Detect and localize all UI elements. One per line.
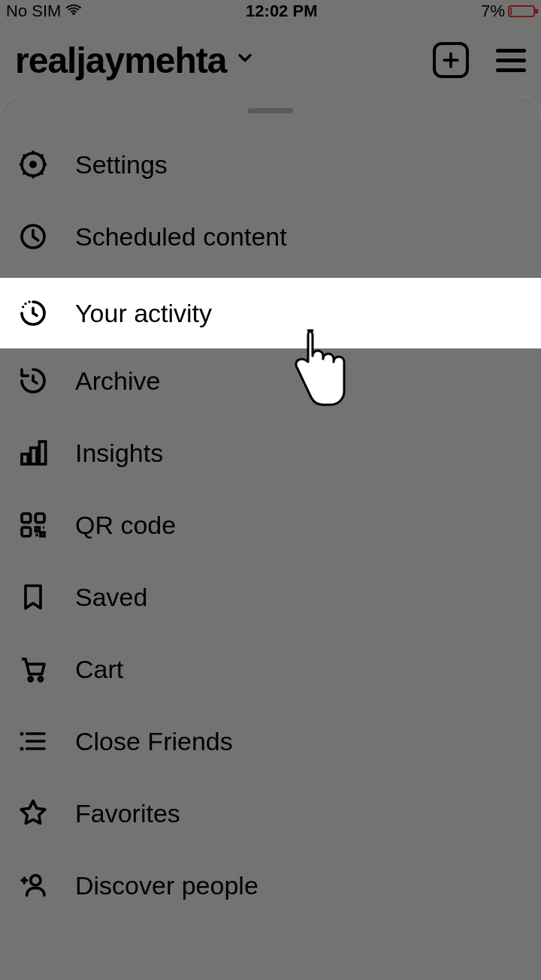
star-icon	[17, 797, 50, 830]
svg-point-15	[22, 306, 24, 308]
cart-icon	[17, 653, 50, 686]
svg-point-12	[29, 677, 32, 681]
menu-item-archive[interactable]: Archive	[0, 345, 541, 417]
close-friends-icon	[17, 725, 50, 758]
menu-item-label: Discover people	[75, 871, 258, 900]
menu-list: Settings Scheduled content Your activity…	[0, 121, 541, 921]
svg-point-17	[28, 300, 30, 303]
menu-item-label: Saved	[75, 583, 147, 612]
menu-bottom-sheet: Settings Scheduled content Your activity…	[0, 96, 541, 980]
menu-item-label: Close Friends	[75, 727, 233, 756]
menu-item-label: QR code	[75, 511, 176, 540]
svg-rect-8	[39, 442, 45, 464]
menu-item-settings[interactable]: Settings	[0, 128, 541, 201]
svg-rect-11	[22, 527, 31, 536]
sheet-grabber[interactable]	[248, 108, 293, 113]
svg-rect-9	[22, 514, 31, 523]
insights-icon	[17, 436, 50, 469]
svg-rect-7	[31, 448, 37, 464]
svg-rect-6	[22, 454, 28, 464]
menu-item-close-friends[interactable]: Close Friends	[0, 705, 541, 777]
menu-item-label: Cart	[75, 655, 123, 684]
svg-point-13	[39, 677, 43, 681]
menu-item-your-activity-highlight[interactable]: Your activity	[0, 278, 541, 348]
menu-item-label: Scheduled content	[75, 222, 287, 252]
settings-icon	[17, 148, 50, 181]
discover-people-icon	[17, 869, 50, 902]
menu-item-cart[interactable]: Cart	[0, 633, 541, 705]
menu-item-favorites[interactable]: Favorites	[0, 777, 541, 849]
clock-icon	[17, 220, 50, 253]
menu-item-scheduled-content[interactable]: Scheduled content	[0, 201, 541, 273]
menu-item-discover-people[interactable]: Discover people	[0, 849, 541, 921]
menu-item-qr-code[interactable]: QR code	[0, 489, 541, 561]
activity-icon	[17, 297, 50, 330]
qr-icon	[17, 508, 50, 541]
bookmark-icon	[17, 580, 50, 614]
svg-rect-10	[35, 514, 44, 523]
svg-point-1	[29, 161, 37, 168]
archive-icon	[17, 364, 50, 397]
svg-point-14	[31, 876, 41, 885]
svg-point-16	[24, 303, 26, 305]
menu-item-insights[interactable]: Insights	[0, 417, 541, 489]
menu-item-label: Settings	[75, 150, 168, 179]
menu-item-saved[interactable]: Saved	[0, 561, 541, 633]
menu-item-label: Favorites	[75, 799, 180, 828]
menu-item-label: Insights	[75, 439, 163, 468]
menu-item-label: Archive	[75, 366, 160, 396]
menu-item-label: Your activity	[75, 299, 212, 328]
